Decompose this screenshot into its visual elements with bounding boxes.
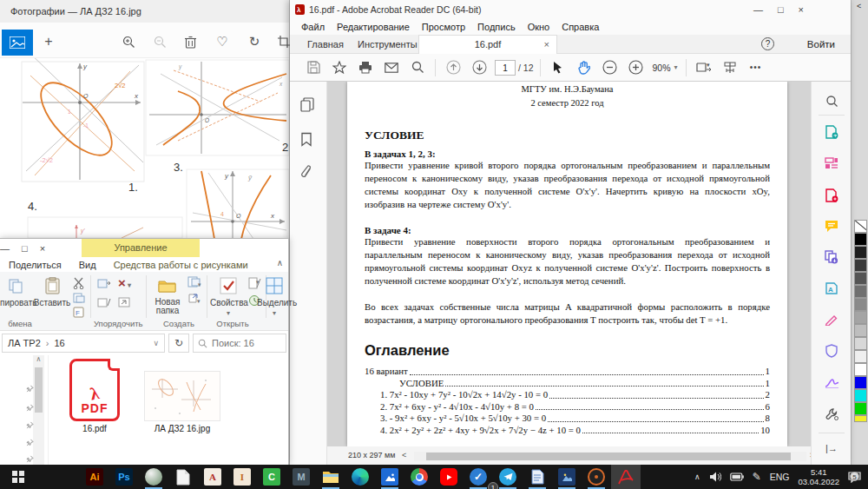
protect-icon[interactable] <box>823 342 840 360</box>
zoom-in-icon[interactable] <box>116 30 141 54</box>
scroll-up-icon[interactable]: ∧ <box>33 355 44 363</box>
tab-share[interactable]: Поделиться <box>0 260 70 270</box>
tab-home[interactable]: Главная <box>297 35 354 54</box>
palette-swatch[interactable] <box>854 337 867 350</box>
delete-icon-ribbon[interactable]: × ▾ <box>118 275 131 290</box>
zoom-level-dropdown[interactable]: 90% ▾ <box>653 63 678 73</box>
favorite-icon[interactable]: ♡ <box>210 30 234 54</box>
palette-swatch-green[interactable] <box>854 402 867 415</box>
save-icon[interactable] <box>300 57 326 78</box>
address-dropdown-icon[interactable]: ∨ <box>153 339 159 347</box>
breadcrumb-segment-1[interactable]: ЛА ТР2 <box>8 338 41 348</box>
page-number-input[interactable]: 1 <box>495 60 516 76</box>
page-width-icon[interactable] <box>717 57 743 78</box>
edit-pdf-icon[interactable] <box>823 155 840 172</box>
toc-entry[interactable]: 16 вариант1 <box>365 366 770 378</box>
tab-view[interactable]: Вид <box>70 260 105 270</box>
taskbar-illustrator[interactable]: Ai <box>80 465 109 489</box>
taskbar-app-i[interactable]: I <box>227 465 257 489</box>
close-tab-icon[interactable]: × <box>544 36 549 54</box>
palette-collapse-icon[interactable]: < <box>857 2 861 10</box>
taskbar-telegram[interactable] <box>493 465 523 489</box>
previous-page-icon[interactable] <box>440 57 466 78</box>
zoom-out-icon-acrobat[interactable] <box>597 57 623 78</box>
pdf-canvas[interactable]: МГТУ им. Н.Э.Баумана 2 семестр 2022 год … <box>327 82 819 446</box>
photos-titlebar[interactable]: Фотографии — ЛА ДЗ2 16.jpg <box>0 0 289 23</box>
fit-width-icon[interactable]: ▾ <box>691 57 717 78</box>
copy-button[interactable]: пировать <box>0 275 31 307</box>
taskbar-edge[interactable] <box>345 465 375 489</box>
palette-swatch[interactable] <box>854 272 867 285</box>
toc-entry[interactable]: 1. 7x² - 10xy + 7y² - 10√2x + 14√2y - 10… <box>365 389 770 401</box>
shortcut-icon[interactable] <box>118 296 132 310</box>
palette-swatch-blue[interactable] <box>854 376 867 389</box>
new-folder-button[interactable]: Новаяпапка <box>149 275 186 315</box>
palette-swatch[interactable] <box>854 259 867 272</box>
explorer-manage-tab[interactable]: Управление <box>82 239 200 257</box>
add-button[interactable]: + <box>36 30 61 54</box>
explorer-titlebar[interactable]: Управление — □ × <box>0 239 288 257</box>
explorer-minimize-button[interactable]: — <box>0 243 10 254</box>
palette-swatch-yellow[interactable] <box>854 415 867 422</box>
file-la-dz2-16-jpg[interactable]: ЛА ДЗ2 16.jpg <box>139 371 226 433</box>
easy-access-icon[interactable]: ▾ <box>187 293 201 306</box>
rename-icon[interactable] <box>97 296 111 310</box>
more-tools-icon[interactable]: ••• <box>743 57 769 78</box>
explorer-close-button[interactable]: × <box>40 243 45 254</box>
search-tool-icon[interactable] <box>823 92 840 109</box>
taskbar-acrobat[interactable] <box>611 465 641 489</box>
menu-file[interactable]: Файл <box>295 22 331 32</box>
email-icon[interactable] <box>378 57 404 78</box>
more-tools-panel-icon[interactable] <box>823 405 840 422</box>
address-bar[interactable]: ЛА ТР2 › 16 ∨ <box>2 334 165 353</box>
attachments-icon[interactable] <box>300 165 313 183</box>
breadcrumb-segment-2[interactable]: 16 <box>54 338 64 348</box>
palette-swatch[interactable] <box>854 350 867 363</box>
start-button[interactable] <box>0 465 36 489</box>
menu-window[interactable]: Окно <box>522 22 556 32</box>
menu-edit[interactable]: Редактирование <box>331 22 416 32</box>
copy-path-icon[interactable] <box>73 293 85 305</box>
palette-swatch-none[interactable] <box>854 220 867 233</box>
refresh-button[interactable]: ↻ <box>168 334 189 353</box>
explorer-sidebar[interactable]: ∧ <box>0 355 49 466</box>
palette-swatch[interactable] <box>854 246 867 259</box>
taskbar-photos[interactable] <box>375 465 404 489</box>
toc-entry[interactable]: УСЛОВИЕ1 <box>365 378 770 390</box>
palette-swatch[interactable] <box>854 311 867 324</box>
sign-in-button[interactable]: Войти <box>807 35 835 54</box>
palette-swatch-cyan[interactable] <box>854 389 867 402</box>
explorer-maximize-button[interactable]: □ <box>22 243 28 254</box>
export-pdf-icon[interactable] <box>823 123 840 141</box>
taskbar-image-viewer[interactable] <box>552 465 582 489</box>
bookmarks-icon[interactable] <box>300 132 312 150</box>
hand-tool-icon[interactable] <box>571 57 597 78</box>
pen-icon[interactable]: ✎ <box>753 471 761 483</box>
select-tool-icon[interactable] <box>545 57 571 78</box>
fill-sign-icon[interactable] <box>823 311 840 328</box>
toc-entry[interactable]: 3. - 9x² + 6xy - y² - 5√10x + 5√10y + 30… <box>365 413 770 425</box>
acrobat-close-button[interactable]: × <box>799 4 804 15</box>
menu-help[interactable]: Справка <box>556 22 605 32</box>
taskbar-wordpad[interactable] <box>523 465 552 489</box>
taskbar-document-app[interactable] <box>168 465 198 489</box>
acrobat-maximize-button[interactable]: □ <box>778 4 784 15</box>
star-icon[interactable] <box>326 57 352 78</box>
search-box[interactable] <box>193 334 286 353</box>
taskbar-youtube[interactable] <box>434 465 464 489</box>
expand-panel-icon[interactable]: |→ <box>823 439 840 457</box>
tab-tools[interactable]: Инструменты <box>347 35 428 54</box>
menu-sign[interactable]: Подпись <box>471 22 522 32</box>
volume-icon[interactable] <box>709 472 721 482</box>
notification-center[interactable]: 5 <box>848 472 861 483</box>
search-input[interactable] <box>212 338 281 348</box>
select-button[interactable]: Выделить▾ <box>257 275 292 317</box>
menu-view[interactable]: Просмотр <box>416 22 471 32</box>
tab-picture-tools[interactable]: Средства работы с рисунками <box>105 260 257 270</box>
taskbar-clock[interactable]: 5:41 03.04.2022 <box>798 467 839 486</box>
taskbar-photoshop[interactable]: Ps <box>109 465 139 489</box>
search-icon-toolbar[interactable] <box>404 57 431 78</box>
zoom-in-icon-acrobat[interactable] <box>623 57 649 78</box>
move-to-icon[interactable] <box>97 277 111 291</box>
combine-files-icon[interactable] <box>823 248 840 266</box>
